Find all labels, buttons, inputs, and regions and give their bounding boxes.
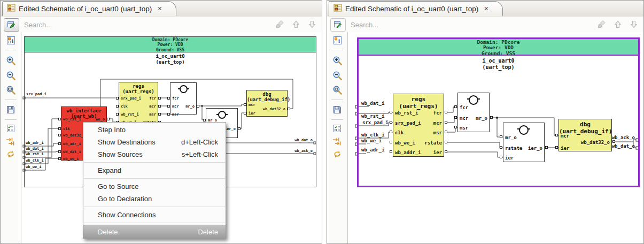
port-label[interactable]: wb_rst_i [361,113,384,119]
menu-item-delete-highlighted[interactable]: Delete Delete [83,225,226,238]
pin[interactable]: ier [505,155,514,161]
pin[interactable]: mcr [561,133,569,139]
pin[interactable]: mcr [460,116,468,121]
menu-separator [84,178,225,179]
pin[interactable]: mcr [433,120,442,126]
pin[interactable]: fcr [460,105,468,110]
pin[interactable]: rstate [424,140,442,146]
pin[interactable]: mr_o [505,135,517,140]
block-logic-gate[interactable]: mr_o rstate ier ier_o [503,123,545,162]
pin[interactable]: msr [433,130,442,135]
pin[interactable]: wb_dat32_o [581,140,610,145]
block-logic-gate[interactable]: fcr mcr msr mr_o [457,93,490,132]
pin[interactable]: rstate [505,146,523,151]
menu-item-expand[interactable]: Expand [83,164,226,177]
gate-symbol-icon [519,125,529,135]
pin[interactable]: fcr [433,110,442,116]
menu-item-show-sources[interactable]: Show Sources s+Left-Click [83,148,226,161]
menu-item-show-destinations[interactable]: Show Destinations d+Left-Click [83,136,226,148]
menu-item-go-to-source[interactable]: Go to Source [83,180,226,193]
menu-item-step-into[interactable]: Step Into [83,124,226,136]
pin[interactable]: wb_addr_i [395,150,421,155]
pin[interactable]: srx_pad_i [395,120,421,126]
pin[interactable]: ier [561,146,569,151]
port-label[interactable]: srx_pad_i [362,120,389,125]
port-label[interactable]: wb_we_i [361,138,382,143]
pin[interactable]: wb_we_i [395,140,415,146]
instance-label: i_oc_uart0 (uart_top) [357,58,640,71]
pin[interactable]: clk [395,130,404,135]
menu-separator [84,223,225,223]
gate-symbol-icon [469,95,478,105]
power-domain-header: Domain: PDcore Power: VDD Ground: VSS [359,39,638,56]
menu-item-go-to-declaration[interactable]: Go to Declaration [83,193,226,205]
pin[interactable]: ier [433,150,442,155]
pin[interactable]: ier_o [528,146,542,151]
context-menu: Step Into Show Destinations d+Left-Click… [83,122,226,239]
port-label[interactable]: wb_dat_i [361,101,384,106]
port-label[interactable]: wb_clk_i [361,132,384,138]
block-regs[interactable]: regs (uart_regs) wb_rst_i srx_pad_i clk … [393,94,444,157]
pin[interactable]: msr [460,125,468,131]
pin[interactable]: mr_o [476,116,487,121]
port-label[interactable]: wb_adr_i [361,147,384,152]
block-dbg[interactable]: dbg (uart_debug_if) mcr ier wb_dat32_o [558,119,612,151]
menu-item-show-connections[interactable]: Show Connections [83,209,226,221]
pin[interactable]: wb_rst_i [395,110,418,116]
menu-separator [84,162,225,163]
menu-separator [84,207,225,207]
